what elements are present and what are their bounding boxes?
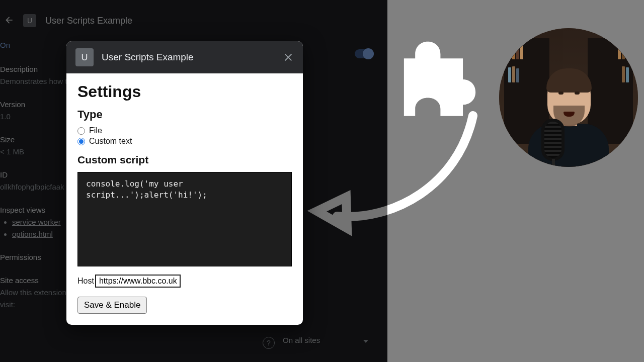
extension-enable-toggle[interactable]: [355, 49, 374, 58]
puzzle-piece-icon: [404, 40, 479, 123]
save-enable-button[interactable]: Save & Enable: [77, 297, 147, 314]
host-label: Host: [77, 277, 94, 286]
custom-script-heading: Custom script: [77, 154, 292, 166]
type-radio-file-label: File: [89, 126, 102, 135]
settings-heading: Settings: [77, 82, 292, 101]
type-radio-custom-label: Custom text: [89, 137, 132, 146]
custom-script-textarea[interactable]: [77, 172, 292, 266]
type-radio-file-input[interactable]: [77, 127, 85, 135]
type-heading: Type: [77, 108, 292, 121]
extension-icon-small: U: [23, 14, 36, 27]
inspect-link-service-worker[interactable]: service worker: [12, 218, 61, 226]
settings-dialog: U User Scripts Example Settings Type Fil…: [66, 41, 303, 325]
type-radio-file[interactable]: File: [77, 126, 292, 135]
close-icon[interactable]: [283, 52, 294, 63]
site-access-select[interactable]: On all sites: [283, 336, 320, 344]
dialog-title: User Scripts Example: [102, 52, 275, 63]
inspect-link-options-html[interactable]: options.html: [12, 230, 53, 238]
page-title: User Scripts Example: [45, 16, 132, 26]
host-input[interactable]: [95, 275, 181, 288]
chevron-down-icon: [363, 340, 368, 343]
type-radio-custom[interactable]: Custom text: [77, 137, 292, 146]
back-icon[interactable]: [4, 15, 14, 25]
webcam-overlay: [499, 28, 638, 167]
help-icon[interactable]: ?: [263, 337, 275, 349]
type-radio-custom-input[interactable]: [77, 138, 85, 145]
extension-icon: U: [75, 48, 94, 66]
